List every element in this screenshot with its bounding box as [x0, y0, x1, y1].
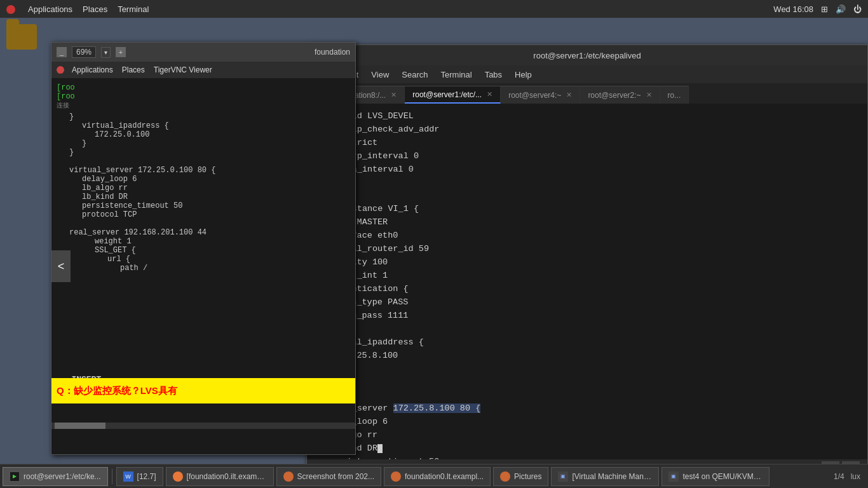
tab-server1-close[interactable]: ✕ [487, 90, 492, 98]
vnc-viewer-menu[interactable]: TigerVNC Viewer [150, 64, 216, 76]
line-delay: delay_loop 6 [316, 416, 858, 429]
line-auth-pass: auth_pass 1111 [316, 309, 858, 323]
line-state: state MASTER [316, 216, 858, 229]
vnc-nav-arrow[interactable]: < [51, 250, 71, 282]
vnc-bottom-banner: Q：缺少监控系统？LVS具有 [51, 378, 355, 403]
terminal-title-text: root@server1:/etc/keepalived [533, 51, 641, 60]
tab-server2-label: root@server2:~ [588, 91, 641, 100]
taskbar-extra: 1/4 lux [834, 472, 865, 481]
menu-terminal[interactable]: Terminal [436, 69, 477, 81]
vnc-minimize-button[interactable]: _ [57, 47, 67, 57]
taskbar-item-screenshot[interactable]: Screenshot from 202... [276, 467, 381, 486]
vnc-scrollbar-thumb[interactable] [55, 423, 105, 429]
vnc-maximize-button[interactable]: + [116, 47, 126, 57]
taskbar-foundation-icon [173, 471, 183, 482]
taskbar-item-terminal[interactable]: ▶ root@server1:/etc/ke... [3, 467, 108, 486]
taskbar-doc1-icon: W [123, 471, 133, 482]
taskbar-terminal-icon: ▶ [10, 471, 20, 482]
terminal-title-bar: root@server1:/etc/keepalived [307, 45, 867, 65]
system-bar-right: Wed 16:08 ⊞ 🔊 ⏻ [773, 4, 862, 14]
taskbar-vmm-icon: ▣ [558, 471, 568, 482]
vs-highlight: 172.25.8.100 80 { [393, 403, 481, 413]
line-vip-close: } [316, 363, 858, 376]
line-interface: interface eth0 [316, 229, 858, 243]
taskbar-item-foundation[interactable]: [foundation0.ilt.exampl... [166, 467, 274, 486]
menu-search[interactable]: Search [397, 69, 433, 81]
tab-server4[interactable]: root@server4:~ ✕ [501, 86, 580, 104]
taskbar-test4-icon: ▣ [668, 471, 679, 482]
tab-server1-label: root@server1:/etc/... [412, 90, 482, 99]
menu-tabs[interactable]: Tabs [480, 69, 507, 81]
tab-foundation8-close[interactable]: ✕ [391, 91, 397, 99]
line-priority: priority 100 [316, 256, 858, 269]
clock: Wed 16:08 [773, 4, 813, 14]
taskbar-foundation-label: [foundation0.ilt.exampl... [187, 472, 267, 481]
taskbar-terminal-label: root@server1:/etc/ke... [24, 472, 101, 481]
terminal-tabs: root@foundation8:/... ✕ root@server1:/et… [307, 83, 867, 104]
line-vip-block: virtual_ipaddress { [316, 336, 858, 349]
vnc-scrollbar[interactable] [51, 423, 355, 429]
app-dot [6, 4, 18, 14]
tab-server2[interactable]: root@server2:~ ✕ [580, 86, 660, 104]
tab-server2-close[interactable]: ✕ [646, 91, 652, 99]
tab-server4-close[interactable]: ✕ [566, 91, 572, 99]
line-lb-kind: lb_kind DR [316, 442, 858, 456]
line-auth-close: } [316, 323, 858, 336]
line-vrid: virtual_router_id 59 [316, 243, 858, 256]
menu-help[interactable]: Help [510, 69, 537, 81]
taskbar-item-website[interactable]: foundation0.lt.exampl... [384, 467, 491, 486]
tab-server4-label: root@server4:~ [508, 91, 561, 100]
taskbar-screenshot-label: Screenshot from 202... [297, 472, 374, 481]
taskbar-pictures-icon [500, 471, 510, 482]
line-blank2 [316, 389, 858, 402]
line-vrrp-garp: vrrp_garp_interval 0 [316, 150, 858, 163]
system-bar-left: Applications Places Terminal [6, 4, 149, 14]
vnc-connection-text: 连接 [57, 101, 350, 110]
taskbar-doc1-label: [12.7] [137, 472, 156, 481]
line-lb-algo: lb_algo rr [316, 429, 858, 442]
main-terminal-window: root@server1:/etc/keepalived File Edit V… [306, 44, 868, 477]
vnc-title-text: foundation [315, 48, 350, 57]
terminal-content: router_id LVS_DEVEL vrrp_skip_check_adv_… [307, 104, 867, 459]
line-router-id: router_id LVS_DEVEL [316, 110, 858, 123]
line-close2: } [316, 376, 858, 389]
power-icon[interactable]: ⏻ [853, 4, 862, 14]
taskbar: ▶ root@server1:/etc/ke... W [12.7] [foun… [0, 464, 868, 488]
tab-extra[interactable]: ro... [660, 86, 689, 104]
line-vrrp-skip: vrrp_skip_check_adv_addr [316, 123, 858, 137]
tab-server1[interactable]: root@server1:/etc/... ✕ [405, 86, 501, 104]
terminal-menubar: File Edit View Search Terminal Tabs Help [307, 65, 867, 83]
system-bar: Applications Places Terminal Wed 16:08 ⊞… [0, 0, 868, 18]
desktop-icon-folder[interactable] [6, 24, 37, 50]
taskbar-screenshot-icon [283, 471, 294, 482]
taskbar-test4-label: test4 on QEMU/KVM@YA... [682, 472, 763, 481]
taskbar-item-vmm[interactable]: ▣ [Virtual Machine Manag... [551, 467, 659, 486]
places-menu[interactable]: Places [83, 4, 107, 14]
zoom-down-button[interactable]: ▾ [101, 47, 111, 58]
network-icon: ⊞ [821, 4, 828, 14]
taskbar-website-label: foundation0.lt.exampl... [405, 472, 484, 481]
line-vip: 172.25.8.100 [316, 349, 858, 363]
zoom-display: 69% [72, 46, 96, 58]
line-close1: } [316, 177, 858, 190]
taskbar-item-doc1[interactable]: W [12.7] [116, 467, 163, 486]
vnc-applications-menu[interactable]: Applications [68, 64, 117, 76]
line-auth-type: auth_type PASS [316, 296, 858, 309]
terminal-menu[interactable]: Terminal [118, 4, 149, 14]
taskbar-item-pictures[interactable]: Pictures [493, 467, 548, 486]
vnc-content: [roo [roo 连接 } virtual_ipaddress { 172.2… [51, 78, 355, 454]
folder-icon [6, 24, 37, 50]
taskbar-website-icon [391, 471, 401, 482]
applications-menu[interactable]: Applications [28, 4, 72, 14]
vnc-title-bar: _ 69% ▾ + foundation [51, 43, 355, 62]
taskbar-vmm-label: [Virtual Machine Manag... [572, 472, 652, 481]
desktop: _ 69% ▾ + foundation Applications Places… [0, 18, 868, 488]
vnc-terminal-lines: [roo [roo [57, 83, 350, 101]
vnc-places-menu[interactable]: Places [118, 64, 149, 76]
cursor [377, 444, 383, 453]
taskbar-item-test4[interactable]: ▣ test4 on QEMU/KVM@YA... [661, 467, 770, 486]
menu-view[interactable]: View [366, 69, 394, 81]
vnc-app-dot [57, 66, 64, 74]
line-vs: virtual_server 172.25.8.100 80 { [316, 402, 858, 416]
line-vrrp-strict: #vrrp_strict [316, 137, 858, 150]
